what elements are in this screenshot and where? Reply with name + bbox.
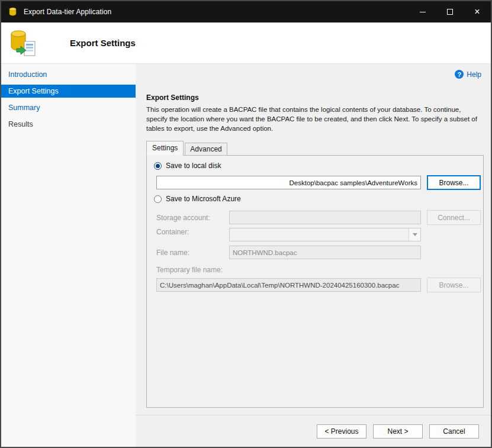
sidebar-item-label: Export Settings — [8, 87, 59, 95]
minimize-button[interactable] — [409, 1, 436, 22]
temporary-file-name-input[interactable] — [156, 278, 421, 292]
file-name-label: File name: — [156, 249, 229, 257]
storage-account-label: Storage account: — [156, 214, 229, 222]
wizard-footer: < Previous Next > Cancel — [136, 415, 491, 447]
main-content: Export Settings This operation will crea… — [136, 64, 491, 415]
section-description: This operation will create a BACPAC file… — [146, 105, 484, 133]
help-icon: ? — [455, 70, 464, 79]
settings-tab-strip: Settings Advanced — [146, 141, 491, 155]
close-icon: × — [474, 7, 480, 17]
main-pane: ? Help Export Settings This operation wi… — [136, 64, 491, 447]
save-azure-radio[interactable] — [154, 195, 162, 203]
tab-label: Settings — [152, 144, 178, 152]
window-controls: × — [409, 1, 491, 22]
temporary-file-name-label: Temporary file name: — [156, 266, 223, 274]
sidebar-item-label: Introduction — [8, 70, 47, 79]
save-local-disk-label[interactable]: Save to local disk — [166, 162, 221, 170]
window-title: Export Data-tier Application — [24, 8, 111, 16]
export-data-tier-application-window: Export Data-tier Application × — [0, 0, 492, 448]
database-icon — [8, 7, 18, 17]
cancel-button[interactable]: Cancel — [429, 424, 479, 439]
sidebar-item-export-settings[interactable]: Export Settings — [1, 85, 136, 98]
sidebar-item-results[interactable]: Results — [1, 116, 136, 133]
connect-button[interactable]: Connect... — [427, 210, 481, 225]
close-button[interactable]: × — [464, 1, 491, 22]
tab-advanced[interactable]: Advanced — [185, 143, 227, 156]
titlebar[interactable]: Export Data-tier Application × — [1, 1, 491, 22]
previous-button[interactable]: < Previous — [317, 424, 366, 439]
sidebar-item-introduction[interactable]: Introduction — [1, 66, 136, 83]
save-azure-label[interactable]: Save to Microsoft Azure — [166, 195, 241, 203]
local-disk-browse-button[interactable]: Browse... — [427, 175, 481, 190]
sidebar-item-summary[interactable]: Summary — [1, 99, 136, 116]
minimize-icon — [420, 12, 426, 12]
maximize-button[interactable] — [436, 1, 464, 22]
chevron-down-icon — [413, 233, 417, 236]
sidebar-item-label: Results — [8, 120, 33, 128]
wizard-steps-sidebar: Introduction Export Settings Summary Res… — [1, 64, 136, 447]
save-local-disk-radio[interactable] — [154, 162, 162, 170]
tab-settings[interactable]: Settings — [146, 141, 184, 156]
container-select[interactable] — [229, 228, 421, 241]
settings-tab-panel: Save to local disk Browse... Save to Mic… — [146, 155, 484, 408]
container-label: Container: — [156, 228, 229, 236]
temporary-file-browse-button[interactable]: Browse... — [427, 278, 481, 292]
wizard-header: Export Settings — [1, 22, 491, 64]
file-name-input[interactable] — [229, 246, 421, 259]
page-title: Export Settings — [70, 38, 136, 48]
help-link[interactable]: ? Help — [455, 70, 481, 79]
container-select-arrow[interactable] — [409, 228, 420, 241]
export-database-icon — [9, 29, 37, 57]
section-title: Export Settings — [146, 94, 491, 102]
sidebar-item-label: Summary — [8, 104, 40, 112]
help-label: Help — [467, 70, 481, 79]
next-button[interactable]: Next > — [373, 424, 423, 439]
storage-account-input[interactable] — [229, 211, 421, 224]
tab-label: Advanced — [190, 145, 221, 153]
maximize-icon — [447, 9, 453, 15]
local-disk-path-input[interactable] — [156, 176, 421, 189]
